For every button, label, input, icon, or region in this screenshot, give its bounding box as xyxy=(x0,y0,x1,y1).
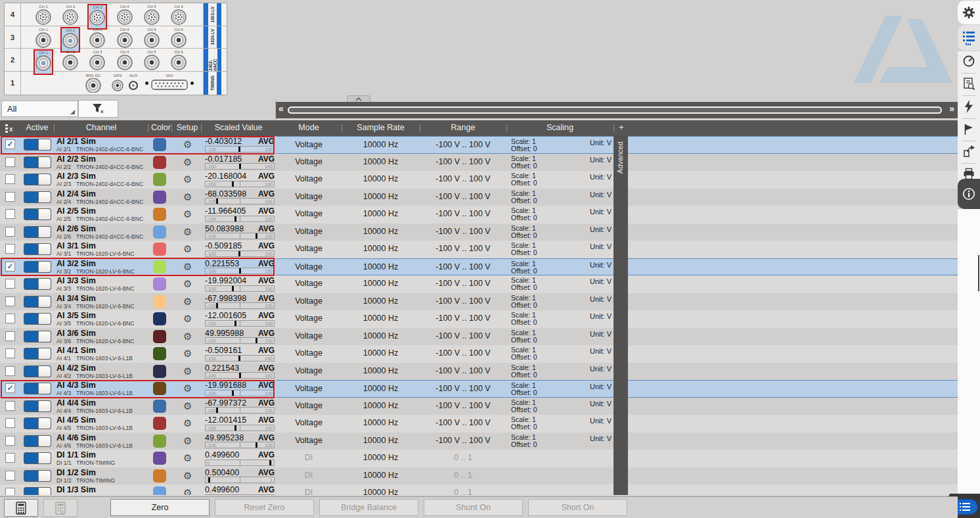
channel-row[interactable]: DI 1/3 SimDI 1/3TRION-TIMING⚙0.499600AVG… xyxy=(0,484,276,495)
color-swatch[interactable] xyxy=(153,486,166,495)
printer-icon[interactable] xyxy=(962,168,975,181)
setup-gear-icon[interactable]: ⚙ xyxy=(183,347,192,360)
setup-gear-icon[interactable]: ⚙ xyxy=(183,382,192,395)
active-toggle[interactable] xyxy=(24,174,51,185)
channel-row[interactable]: DI 1/1 SimDI 1/1TRION-TIMING⚙0.499600AVG… xyxy=(0,450,276,467)
setup-gear-icon[interactable]: ⚙ xyxy=(183,486,192,495)
connector-ch3[interactable]: CH 3 xyxy=(88,27,106,51)
connector-ch4[interactable]: CH 4 xyxy=(116,4,134,28)
channel-row[interactable]: AI 4/5 SimAI 4/5TRION-1603-LV-6-L1B⚙-12.… xyxy=(0,415,276,433)
setup-gear-icon[interactable]: ⚙ xyxy=(183,452,192,465)
connector-ch4[interactable]: CH 4 xyxy=(116,27,134,51)
channel-row[interactable]: ✓AI 3/2 SimAI 3/2TRION-1620-LV-6-BNC⚙0.2… xyxy=(0,258,276,276)
active-toggle[interactable] xyxy=(24,383,51,394)
connector-ch2[interactable]: CH 2 xyxy=(61,49,79,73)
channel-row[interactable]: AI 4/2 SimAI 4/2TRION-1603-LV-6-L1B⚙0.22… xyxy=(0,363,276,381)
setup-gear-icon[interactable]: ⚙ xyxy=(183,225,192,239)
color-swatch[interactable] xyxy=(153,365,166,378)
setup-gear-icon[interactable]: ⚙ xyxy=(183,417,192,430)
channel-row[interactable]: AI 2/4 SimAI 2/4TRION-2402-dACC-6-BNC⚙-6… xyxy=(0,189,276,206)
setup-gear-icon[interactable]: ⚙ xyxy=(183,156,192,169)
advanced-columns-tab[interactable]: Advanced xyxy=(613,136,628,495)
channel-row[interactable]: ✓AI 2/1 SimAI 2/1TRION-2402-dACC-6-BNC⚙-… xyxy=(0,136,276,154)
col-scaled-value[interactable]: Scaled Value xyxy=(202,123,275,132)
connector-ch4[interactable]: CH 4 xyxy=(116,49,134,73)
channel-select-checkbox[interactable]: ✓ xyxy=(5,262,15,271)
active-toggle[interactable] xyxy=(24,487,51,495)
channel-select-checkbox[interactable]: ✓ xyxy=(5,139,15,149)
setup-gear-icon[interactable]: ⚙ xyxy=(183,400,192,413)
color-swatch[interactable] xyxy=(153,243,166,256)
export-icon[interactable] xyxy=(962,145,975,158)
col-sample-rate[interactable]: Sample Rate xyxy=(342,123,420,132)
color-swatch[interactable] xyxy=(153,277,166,291)
channel-select-checkbox[interactable] xyxy=(5,436,15,446)
connector-irigdc[interactable]: IRIG DC xyxy=(84,73,102,95)
connector-ch1[interactable]: CH 1 xyxy=(34,27,53,51)
active-toggle[interactable] xyxy=(24,139,51,151)
connector-ch1[interactable]: CH 1 xyxy=(34,4,53,28)
channel-select-checkbox[interactable] xyxy=(5,244,15,254)
connector-ch3[interactable]: CH 3 xyxy=(88,49,106,73)
channel-row[interactable]: AI 4/1 SimAI 4/1TRION-1603-LV-6-L1B⚙-0.5… xyxy=(0,345,276,363)
channel-select-checkbox[interactable] xyxy=(5,227,15,237)
setup-gear-icon[interactable]: ⚙ xyxy=(183,330,192,343)
channel-select-checkbox[interactable] xyxy=(5,471,15,481)
color-swatch[interactable] xyxy=(153,295,166,308)
setup-gear-icon[interactable]: ⚙ xyxy=(183,173,192,186)
scroll-right-icon[interactable]: » xyxy=(949,103,954,114)
channel-select-checkbox[interactable] xyxy=(5,192,15,202)
color-swatch[interactable] xyxy=(153,156,166,169)
connector-dio[interactable]: DIO xyxy=(149,73,190,94)
scroll-left-icon[interactable]: « xyxy=(278,103,284,114)
setup-gear-icon[interactable]: ⚙ xyxy=(183,138,192,151)
color-swatch[interactable] xyxy=(153,330,166,343)
active-toggle[interactable] xyxy=(24,470,51,482)
channel-row[interactable]: AI 2/2 SimAI 2/2TRION-2402-dACC-6-BNC⚙-0… xyxy=(0,154,276,172)
col-range[interactable]: Range xyxy=(420,123,506,132)
color-swatch[interactable] xyxy=(153,347,166,360)
channel-select-checkbox[interactable] xyxy=(5,331,15,341)
channel-row[interactable]: ✓AI 4/3 SimAI 4/3TRION-1603-LV-6-L1B⚙-19… xyxy=(0,380,276,398)
channel-row[interactable]: AI 3/1 SimAI 3/1TRION-1620-LV-6-BNC⚙-0.5… xyxy=(0,241,276,258)
channel-filter-dropdown[interactable]: All xyxy=(1,101,78,117)
active-toggle[interactable] xyxy=(24,191,51,203)
channel-row[interactable]: DI 1/2 SimDI 1/2TRION-TIMING⚙0.500400AVG… xyxy=(0,467,276,485)
color-swatch[interactable] xyxy=(153,191,166,204)
active-toggle[interactable] xyxy=(24,331,51,342)
gear-icon[interactable] xyxy=(962,6,975,19)
active-toggle[interactable] xyxy=(24,208,51,220)
connector-ch5[interactable]: CH 5 xyxy=(143,27,161,51)
active-toggle[interactable] xyxy=(24,261,51,273)
setup-gear-icon[interactable]: ⚙ xyxy=(183,191,192,204)
channel-row[interactable]: AI 3/5 SimAI 3/5TRION-1620-LV-6-BNC⚙-12.… xyxy=(0,310,276,328)
active-toggle[interactable] xyxy=(24,435,51,447)
channel-select-checkbox[interactable] xyxy=(5,157,15,167)
color-swatch[interactable] xyxy=(153,173,166,186)
channel-select-checkbox[interactable] xyxy=(5,366,15,376)
active-toggle[interactable] xyxy=(24,452,51,464)
color-swatch[interactable] xyxy=(153,208,166,221)
color-swatch[interactable] xyxy=(153,312,166,325)
color-swatch[interactable] xyxy=(153,417,166,430)
setup-gear-icon[interactable]: ⚙ xyxy=(183,208,192,221)
color-swatch[interactable] xyxy=(153,260,166,273)
connector-aux[interactable]: AUX xyxy=(124,73,143,95)
channel-row[interactable]: AI 3/6 SimAI 3/6TRION-1620-LV-6-BNC⚙49.9… xyxy=(0,328,276,346)
deselect-all-icon[interactable]: x xyxy=(5,124,14,133)
col-setup[interactable]: Setup xyxy=(172,123,202,132)
col-color[interactable]: Color xyxy=(148,123,173,132)
info-icon[interactable] xyxy=(962,187,975,200)
channel-select-checkbox[interactable] xyxy=(5,453,15,463)
filter-button[interactable]: x xyxy=(78,100,118,118)
active-toggle[interactable] xyxy=(24,365,51,377)
col-mode[interactable]: Mode xyxy=(276,123,342,132)
report-icon[interactable] xyxy=(962,78,975,91)
setup-gear-icon[interactable]: ⚙ xyxy=(183,277,192,291)
connector-ch6[interactable]: CH 6 xyxy=(169,4,188,28)
channel-row[interactable]: AI 2/6 SimAI 2/6TRION-2402-dACC-6-BNC⚙50… xyxy=(0,224,276,241)
active-toggle[interactable] xyxy=(24,348,51,360)
active-toggle[interactable] xyxy=(24,156,51,168)
setup-gear-icon[interactable]: ⚙ xyxy=(183,469,192,483)
color-swatch[interactable] xyxy=(153,452,166,465)
